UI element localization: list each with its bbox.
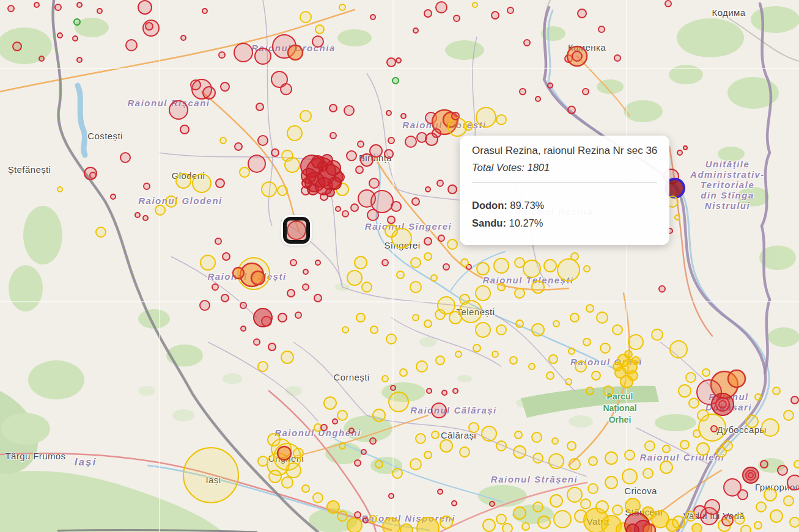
station-marker[interactable] xyxy=(683,146,687,150)
station-marker[interactable] xyxy=(416,434,425,443)
station-marker[interactable] xyxy=(282,477,293,488)
station-marker[interactable] xyxy=(258,456,268,466)
station-marker[interactable] xyxy=(448,185,457,194)
station-marker[interactable] xyxy=(278,186,287,195)
station-marker[interactable] xyxy=(334,172,344,182)
station-marker[interactable] xyxy=(386,334,396,344)
station-marker[interactable] xyxy=(538,516,550,528)
station-marker[interactable] xyxy=(659,286,665,292)
station-marker[interactable] xyxy=(613,362,622,371)
station-marker[interactable] xyxy=(778,465,787,475)
station-marker[interactable] xyxy=(362,282,372,292)
station-marker[interactable] xyxy=(212,284,218,290)
station-marker[interactable] xyxy=(437,180,443,186)
station-marker[interactable] xyxy=(605,452,617,464)
station-marker[interactable] xyxy=(387,58,396,67)
station-marker[interactable] xyxy=(596,501,608,513)
station-marker[interactable] xyxy=(57,187,62,192)
station-marker[interactable] xyxy=(221,294,229,302)
station-marker[interactable] xyxy=(369,178,379,188)
station-marker[interactable] xyxy=(286,463,301,478)
station-marker[interactable] xyxy=(347,151,356,161)
station-marker[interactable] xyxy=(784,410,793,420)
station-marker[interactable] xyxy=(382,376,388,382)
station-marker[interactable] xyxy=(241,326,246,331)
station-marker[interactable] xyxy=(342,327,348,333)
station-marker[interactable] xyxy=(337,410,347,420)
station-marker[interactable] xyxy=(586,387,594,395)
station-marker[interactable] xyxy=(473,344,481,352)
station-marker[interactable] xyxy=(315,25,324,34)
station-marker[interactable] xyxy=(324,397,336,409)
station-marker[interactable] xyxy=(622,469,637,484)
station-marker[interactable] xyxy=(522,523,529,530)
station-marker[interactable] xyxy=(251,271,265,285)
station-marker[interactable] xyxy=(550,495,562,507)
station-marker[interactable] xyxy=(547,372,554,379)
station-marker[interactable] xyxy=(370,15,375,20)
station-marker[interactable] xyxy=(741,525,751,532)
station-marker[interactable] xyxy=(330,104,337,112)
station-marker[interactable] xyxy=(219,52,225,58)
station-marker[interactable] xyxy=(431,275,437,281)
station-marker[interactable] xyxy=(183,448,238,503)
station-marker[interactable] xyxy=(787,475,799,490)
station-marker[interactable] xyxy=(339,4,345,10)
station-marker[interactable] xyxy=(652,329,663,340)
station-marker[interactable] xyxy=(339,443,345,449)
station-marker[interactable] xyxy=(336,206,341,211)
station-marker[interactable] xyxy=(268,343,276,351)
station-marker[interactable] xyxy=(482,426,496,441)
station-marker[interactable] xyxy=(665,1,671,7)
station-marker[interactable] xyxy=(57,33,62,38)
station-marker[interactable] xyxy=(575,361,586,372)
station-marker[interactable] xyxy=(583,338,591,346)
station-marker[interactable] xyxy=(223,253,230,260)
station-marker[interactable] xyxy=(391,385,396,390)
station-marker[interactable] xyxy=(440,440,452,452)
station-marker[interactable] xyxy=(510,357,517,364)
station-marker[interactable] xyxy=(321,425,327,431)
station-marker[interactable] xyxy=(413,315,419,321)
station-marker[interactable] xyxy=(342,211,348,217)
station-marker[interactable] xyxy=(382,260,388,266)
station-marker[interactable] xyxy=(756,502,766,512)
station-marker[interactable] xyxy=(586,305,594,312)
station-marker[interactable] xyxy=(532,281,544,293)
station-marker[interactable] xyxy=(111,194,116,199)
station-marker[interactable] xyxy=(295,312,301,318)
station-marker[interactable] xyxy=(476,286,490,301)
station-marker[interactable] xyxy=(351,204,358,211)
station-marker[interactable] xyxy=(672,516,685,528)
station-marker[interactable] xyxy=(176,173,191,188)
station-marker[interactable] xyxy=(180,125,189,134)
station-marker[interactable] xyxy=(627,524,639,532)
station-marker[interactable] xyxy=(663,445,670,453)
station-marker[interactable] xyxy=(476,322,490,337)
station-marker[interactable] xyxy=(73,36,78,41)
station-marker[interactable] xyxy=(552,438,558,444)
station-marker[interactable] xyxy=(567,487,582,502)
station-marker[interactable] xyxy=(396,58,401,63)
station-marker[interactable] xyxy=(554,511,571,528)
station-marker[interactable] xyxy=(432,129,441,137)
station-marker[interactable] xyxy=(515,431,522,439)
station-marker[interactable] xyxy=(790,517,799,527)
station-marker[interactable] xyxy=(256,103,263,111)
station-marker[interactable] xyxy=(367,210,378,220)
station-marker[interactable] xyxy=(347,518,362,532)
station-marker[interactable] xyxy=(330,133,336,139)
station-marker[interactable] xyxy=(632,357,639,364)
station-marker[interactable] xyxy=(356,313,365,322)
station-marker[interactable] xyxy=(581,499,591,509)
station-marker[interactable] xyxy=(686,373,696,382)
station-marker[interactable] xyxy=(536,97,540,101)
station-marker[interactable] xyxy=(370,438,376,444)
station-marker[interactable] xyxy=(507,7,514,13)
station-marker[interactable] xyxy=(532,324,544,336)
station-marker[interactable] xyxy=(215,238,221,244)
station-marker[interactable] xyxy=(569,348,575,354)
station-marker[interactable] xyxy=(255,48,271,64)
station-marker[interactable] xyxy=(762,419,779,436)
station-marker[interactable] xyxy=(483,519,495,531)
